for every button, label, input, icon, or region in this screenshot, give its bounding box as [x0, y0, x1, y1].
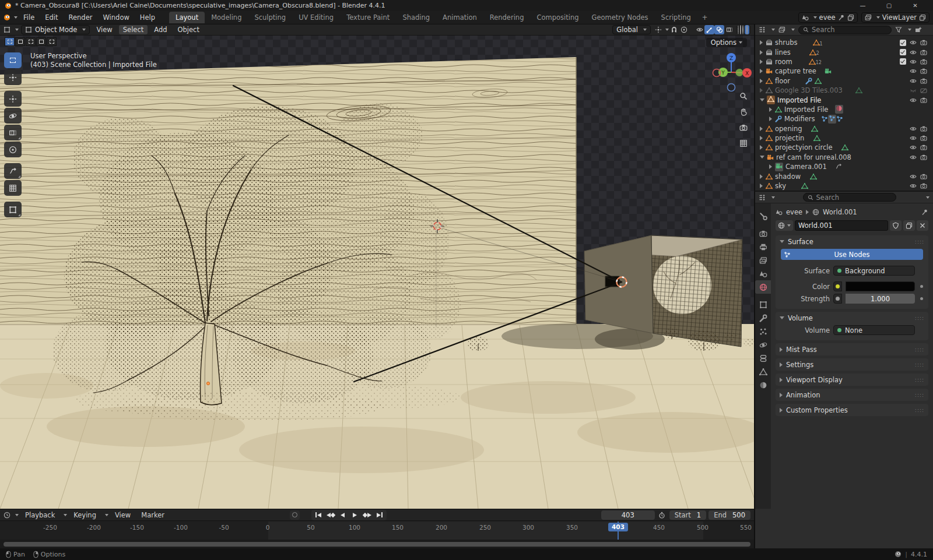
- disclosure-icon[interactable]: [760, 145, 763, 150]
- add-workspace-button[interactable]: +: [697, 13, 713, 22]
- scrollbar-thumb[interactable]: [3, 542, 750, 547]
- disclosure-icon[interactable]: [760, 59, 763, 64]
- zoom-icon[interactable]: [739, 92, 748, 102]
- editor-type-icon[interactable]: [3, 512, 10, 519]
- outliner-row-lines[interactable]: lines 2: [755, 47, 933, 57]
- camera-toggle-icon[interactable]: [920, 39, 927, 46]
- menu-add[interactable]: Add: [150, 25, 171, 34]
- tool-measure[interactable]: [4, 180, 22, 196]
- current-frame-field[interactable]: 403: [601, 510, 655, 520]
- tab-scripting[interactable]: Scripting: [655, 12, 697, 23]
- pin-icon[interactable]: [921, 209, 928, 216]
- animate-dot-icon[interactable]: [920, 297, 923, 300]
- tab-texture-paint[interactable]: Texture Paint: [340, 12, 396, 23]
- filter-funnel-icon[interactable]: [895, 26, 902, 33]
- minimize-button[interactable]: —: [850, 2, 876, 9]
- tab-tool[interactable]: [755, 209, 771, 223]
- select-mode-invert-button[interactable]: [36, 37, 46, 46]
- display-mode-icon[interactable]: [759, 26, 766, 33]
- mode-dropdown[interactable]: Object Mode: [21, 25, 90, 34]
- world-browse-button[interactable]: [776, 220, 793, 231]
- disclosure-icon[interactable]: [760, 40, 763, 45]
- eye-icon[interactable]: [910, 154, 917, 161]
- animation-panel-header[interactable]: Animation ::::: [776, 389, 928, 401]
- eye-icon[interactable]: [910, 58, 917, 65]
- camera-toggle-icon[interactable]: [920, 173, 927, 180]
- pin-icon[interactable]: [838, 14, 845, 21]
- orientation-dropdown[interactable]: Global: [612, 25, 651, 34]
- timeline-ruler[interactable]: -250 -200 -150 -100 -50 0 50 100 150 200…: [0, 522, 754, 540]
- tool-transform[interactable]: [4, 142, 22, 157]
- timeline-scrollbar[interactable]: [0, 540, 754, 549]
- camera-toggle-icon[interactable]: [920, 182, 927, 189]
- eye-icon[interactable]: [910, 173, 917, 180]
- tool-rotate[interactable]: [4, 108, 22, 124]
- outliner-row-google-3d-tiles[interactable]: Google 3D Tiles.003: [755, 86, 933, 95]
- menu-edit[interactable]: Edit: [40, 12, 62, 23]
- collection-checkbox[interactable]: [900, 58, 906, 65]
- menu-select[interactable]: Select: [119, 25, 148, 34]
- tab-uv-editing[interactable]: UV Editing: [292, 12, 340, 23]
- disclosure-icon[interactable]: [760, 79, 763, 83]
- shading-solid-button[interactable]: [740, 26, 741, 34]
- tab-object[interactable]: [755, 298, 771, 311]
- shading-wireframe-button[interactable]: [738, 26, 739, 34]
- outliner-row-ref-cam[interactable]: ref cam for unreal.008: [755, 153, 933, 162]
- outliner-row-imported-file[interactable]: Imported File: [755, 95, 933, 104]
- tab-object-data[interactable]: [755, 365, 771, 378]
- auto-keying-button[interactable]: [290, 510, 300, 520]
- show-overlays-button[interactable]: [714, 25, 724, 34]
- proportional-edit-button[interactable]: [679, 25, 689, 34]
- unlink-button[interactable]: [917, 220, 928, 231]
- color-swatch[interactable]: [846, 281, 915, 291]
- eye-icon[interactable]: [910, 182, 917, 189]
- disclosure-icon[interactable]: [769, 107, 772, 112]
- outliner-row-shrubs[interactable]: shrubs 1: [755, 38, 933, 47]
- tool-move[interactable]: [4, 91, 22, 107]
- custom-properties-panel-header[interactable]: Custom Properties ::::: [776, 404, 928, 416]
- collection-checkbox[interactable]: [900, 40, 906, 46]
- eye-icon[interactable]: [910, 135, 917, 142]
- disclosure-icon[interactable]: [760, 174, 763, 179]
- outliner-row-projectyion-circle[interactable]: projectyion circle: [755, 143, 933, 152]
- snap-magnet-button[interactable]: [669, 25, 679, 34]
- eye-closed-icon[interactable]: [910, 87, 917, 94]
- strength-socket[interactable]: [833, 294, 842, 304]
- outliner-row-sky[interactable]: sky: [755, 181, 933, 191]
- eye-icon[interactable]: [910, 78, 917, 84]
- tool-cursor[interactable]: [4, 69, 22, 85]
- camera-view-icon[interactable]: [739, 124, 748, 133]
- new-collection-icon[interactable]: [915, 26, 922, 33]
- disclosure-icon[interactable]: [760, 156, 764, 159]
- stopwatch-icon[interactable]: [657, 510, 667, 520]
- tab-render[interactable]: [755, 227, 771, 240]
- frame-end-field[interactable]: End 500: [708, 510, 750, 520]
- pan-hand-icon[interactable]: [739, 108, 748, 118]
- surface-panel-header[interactable]: Surface ::::: [776, 235, 928, 248]
- select-mode-new-button[interactable]: [5, 37, 15, 46]
- outliner-row-capture-tree[interactable]: capture tree: [755, 66, 933, 76]
- use-nodes-button[interactable]: Use Nodes: [781, 249, 923, 260]
- tab-scene[interactable]: [755, 267, 771, 280]
- menu-view[interactable]: View: [92, 25, 116, 34]
- disclosure-icon[interactable]: [760, 126, 763, 131]
- blender-menu-icon[interactable]: [3, 14, 10, 21]
- tool-scale[interactable]: [4, 125, 22, 140]
- select-mode-extend-button[interactable]: [15, 37, 25, 46]
- menu-help[interactable]: Help: [135, 12, 160, 23]
- tab-sculpting[interactable]: Sculpting: [248, 12, 292, 23]
- frame-start-field[interactable]: Start 1: [669, 510, 706, 520]
- menu-file[interactable]: File: [19, 12, 39, 23]
- eye-icon[interactable]: [910, 125, 917, 132]
- jump-to-end-button[interactable]: [374, 510, 385, 520]
- camera-toggle-icon[interactable]: [920, 144, 927, 151]
- filter-type-icon[interactable]: [778, 26, 785, 33]
- jump-to-start-button[interactable]: [313, 510, 324, 520]
- camera-toggle-icon[interactable]: [920, 58, 927, 65]
- outliner-row-modifiers[interactable]: Modifiers: [755, 114, 933, 124]
- shading-material-button[interactable]: [742, 26, 743, 34]
- surface-shader-field[interactable]: Background: [833, 266, 915, 276]
- menu-keying[interactable]: Keying: [69, 510, 100, 520]
- shading-rendered-button[interactable]: [745, 25, 749, 34]
- copy-icon[interactable]: [919, 14, 926, 21]
